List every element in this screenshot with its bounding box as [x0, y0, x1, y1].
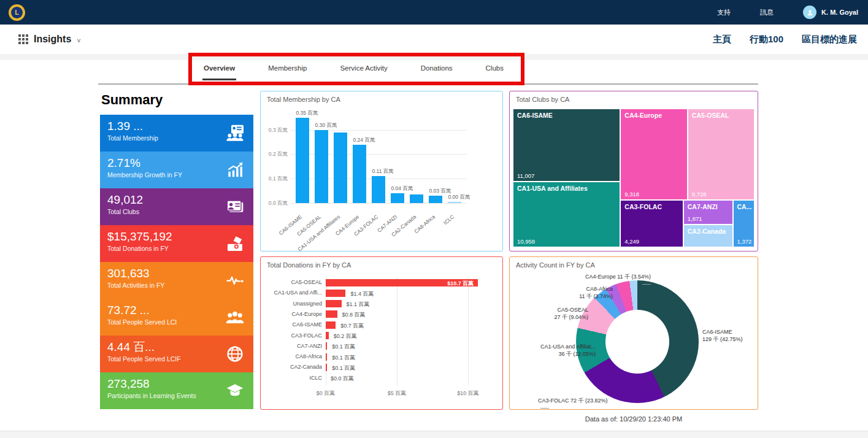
nav-district-goal-progress[interactable]: 區目標的進展 — [802, 34, 857, 45]
clubs-treemap: CA6-ISAME11,007CA1-USA and Affiliates10,… — [513, 109, 755, 247]
user-menu[interactable]: K. M. Goyal — [803, 6, 858, 19]
category-label: CA7-ANZI — [264, 343, 322, 349]
treemap-tile-name: CA... — [737, 203, 750, 210]
bar[interactable] — [296, 118, 309, 203]
treemap-tile[interactable]: CA2-Canada — [683, 225, 733, 247]
treemap-tile[interactable]: CA...1,372 — [733, 200, 755, 247]
category-label: CA3-FOLAC — [264, 332, 322, 339]
globe-icon — [225, 344, 245, 364]
tab-service-activity[interactable]: Service Activity — [339, 60, 388, 82]
category-label: CA4-Europe — [264, 311, 322, 317]
summary-card[interactable]: 273,258Participants in Learning Events — [100, 372, 253, 409]
treemap-tile-value: 8,728 — [692, 191, 707, 198]
chart-title: Total Membership by CA — [267, 96, 340, 103]
treemap-tile-name: CA6-ISAME — [517, 112, 616, 119]
x-axis-tick-label: $10 百萬 — [450, 390, 486, 398]
bar[interactable] — [326, 332, 329, 339]
app-name: Insights — [34, 34, 71, 45]
bar[interactable] — [326, 310, 337, 318]
bar[interactable] — [326, 321, 336, 329]
bar-value-label: 0.30 百萬 — [315, 122, 337, 129]
summary-card[interactable]: 1.39 ...Total Membership — [100, 115, 253, 152]
category-label: CA5-OSEAL — [264, 279, 322, 285]
category-label: Unassigned — [264, 301, 322, 307]
treemap-tile-name: CA2-Canada — [688, 228, 729, 235]
chart-title: Activity Count in FY by CA — [516, 261, 595, 269]
bar-value-label: $0.2 百萬 — [334, 332, 357, 340]
treemap-tile[interactable]: CA1-USA and Affiliates10,958 — [513, 182, 620, 247]
lions-logo-letter: L — [11, 7, 23, 18]
chart-title: Total Clubs by CA — [516, 96, 569, 103]
treemap-tile[interactable]: CA4-Europe9,318 — [620, 109, 688, 200]
bar[interactable] — [448, 202, 461, 203]
y-axis-tick-label: 0.3 百萬 — [264, 127, 288, 134]
bar[interactable] — [372, 176, 385, 203]
bar[interactable] — [315, 130, 328, 203]
header-nav: 主頁 行動100 區目標的進展 — [713, 34, 857, 45]
support-link[interactable]: 支持 — [717, 8, 731, 17]
bar-value-label: 0.04 百萬 — [391, 185, 413, 193]
bar[interactable] — [334, 133, 347, 203]
tab-membership[interactable]: Membership — [267, 60, 308, 82]
nav-home[interactable]: 主頁 — [713, 34, 731, 45]
bar-value-label: $1.4 百萬 — [350, 290, 374, 298]
category-label: CA6-ISAME — [264, 321, 322, 328]
bar[interactable] — [391, 193, 404, 203]
lions-logo[interactable]: L — [9, 4, 25, 21]
tab-clubs[interactable]: Clubs — [485, 60, 505, 82]
bar[interactable] — [326, 300, 342, 307]
nav-campaign-100[interactable]: 行動100 — [750, 34, 783, 45]
bar[interactable] — [326, 290, 345, 297]
bar[interactable] — [353, 145, 366, 203]
donut-callout-label: CA8-Africa11 千 (3.74%) — [521, 285, 613, 300]
treemap-tile[interactable]: CA5-OSEAL8,728 — [688, 109, 755, 200]
bar[interactable] — [326, 342, 327, 350]
bar[interactable] — [326, 364, 327, 371]
treemap-tile[interactable]: CA3-FOLAC4,249 — [620, 200, 683, 247]
panel-total-donations-by-ca: Total Donations in FY by CA $0 百萬$5 百萬$1… — [260, 256, 503, 410]
gridline — [397, 277, 398, 386]
bar-value-label: $10.7 百萬 — [326, 280, 474, 288]
summary-card[interactable]: 301,633Total Activities in FY — [100, 262, 253, 299]
treemap-tile[interactable]: CA6-ISAME11,007 — [513, 109, 620, 182]
y-axis-tick-label: 0.0 百萬 — [264, 200, 288, 207]
donut-callout-label: CA1-USA and Affiliat...36 千 (12.05%) — [510, 343, 596, 358]
tab-donations[interactable]: Donations — [420, 60, 454, 82]
data-as-of-label: Data as of: 10/29/20 1:23:40 PM — [509, 415, 758, 423]
waffle-icon — [18, 34, 28, 44]
treemap-tile-name: CA1-USA and Affiliates — [517, 185, 616, 192]
bar[interactable] — [326, 353, 327, 361]
insights-menu[interactable]: Insights ˅ — [18, 34, 81, 45]
gridline — [290, 203, 467, 204]
treemap-tile-value: 1,871 — [688, 215, 702, 222]
members-badge-icon — [225, 123, 245, 143]
treemap-tile-name: CA4-Europe — [624, 112, 683, 119]
bar-value-label: $1.1 百萬 — [347, 301, 370, 309]
summary-cards: 1.39 ...Total Membership2.71%Membership … — [100, 115, 253, 409]
bar-value-label: $0.1 百萬 — [332, 354, 355, 362]
category-label: CA1-USA and Affi... — [264, 290, 322, 296]
graduation-cap-icon — [225, 381, 245, 401]
bar[interactable] — [410, 194, 423, 203]
x-axis-tick-label: $5 百萬 — [378, 390, 415, 398]
summary-card[interactable]: 73.72 ...Total People Served LCI — [100, 299, 253, 336]
summary-card[interactable]: 2.71%Membership Growth in FY — [100, 152, 253, 188]
treemap-tile-name: CA7-ANZI — [688, 203, 729, 210]
category-label: CA8-Africa — [264, 353, 322, 359]
donut-callout-label: CA5-OSEAL27 千 (9.04%) — [510, 306, 588, 321]
y-axis-tick-label: 0.2 百萬 — [264, 151, 288, 158]
summary-card[interactable]: 49,012Total Clubs — [100, 188, 253, 225]
summary-card[interactable]: $15,375,192Total Donations in FY — [100, 225, 253, 262]
treemap-tile-name: CA5-OSEAL — [692, 112, 750, 119]
treemap-tile-value: 9,318 — [624, 191, 639, 198]
bar[interactable] — [429, 196, 442, 203]
treemap-tile-name: CA3-FOLAC — [624, 203, 678, 210]
category-label: ICLC — [264, 375, 322, 381]
messages-link[interactable]: 訊息 — [760, 8, 774, 17]
bar-value-label: $0.7 百萬 — [340, 322, 364, 330]
treemap-tile[interactable]: CA7-ANZI1,871 — [683, 200, 733, 225]
summary-card[interactable]: 4.44 百...Total People Served LCIF — [100, 336, 253, 372]
donation-icon — [225, 234, 245, 253]
tab-overview[interactable]: Overview — [202, 60, 236, 82]
y-axis-tick-label: 0.1 百萬 — [264, 175, 288, 183]
